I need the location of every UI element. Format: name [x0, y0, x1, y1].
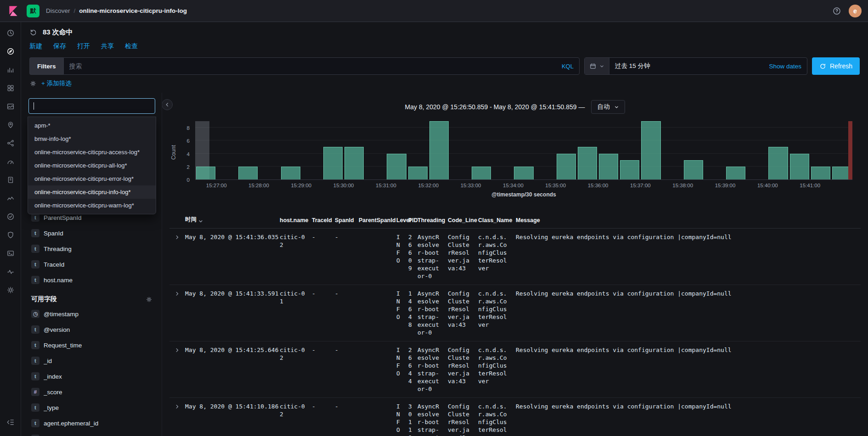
- table-body: May 8, 2020 @ 15:41:36.035 citic-02 - - …: [169, 229, 861, 436]
- column-header-time[interactable]: 时间: [185, 216, 280, 224]
- kql-toggle[interactable]: KQL: [562, 63, 574, 70]
- column-header[interactable]: ParentSpanId: [359, 217, 396, 224]
- column-header[interactable]: host.name: [280, 217, 312, 224]
- field-name: _score: [44, 389, 62, 396]
- field-item[interactable]: t agent.hostname: [28, 431, 155, 436]
- show-dates-button[interactable]: Show dates: [769, 63, 801, 70]
- refresh-button[interactable]: Refresh: [812, 57, 860, 75]
- documents-table: 时间 host.name TraceId SpanId ParentSpanId…: [169, 213, 861, 436]
- index-pattern-option[interactable]: online-microservice-citicpru-access-log*: [28, 145, 156, 159]
- index-pattern-option[interactable]: online-microservice-citicpru-all-log*: [28, 159, 156, 172]
- maps-pin-icon[interactable]: [0, 116, 21, 134]
- cell-threading: AsyncResolver-bootstrap-executor-0: [417, 346, 448, 393]
- collapse-nav-icon[interactable]: [0, 413, 21, 431]
- collapse-sidebar-icon[interactable]: [162, 99, 173, 110]
- field-item[interactable]: t @version: [28, 322, 155, 337]
- field-item[interactable]: t _index: [28, 369, 155, 384]
- field-name: SpanId: [44, 230, 63, 237]
- column-header[interactable]: Code_Line: [448, 217, 478, 224]
- hits-bar: 83 次命中: [21, 22, 868, 42]
- expand-row-icon[interactable]: [169, 233, 185, 240]
- index-pattern-combobox[interactable]: [28, 98, 155, 114]
- nav-rail: [0, 22, 21, 436]
- field-item[interactable]: t _type: [28, 400, 155, 415]
- management-gear-icon[interactable]: [0, 281, 21, 299]
- index-pattern-option-selected[interactable]: online-microservice-citicpru-info-log*: [28, 185, 156, 199]
- field-item[interactable]: t agent.ephemeral_id: [28, 415, 155, 431]
- column-header[interactable]: Class_Name: [478, 217, 516, 224]
- column-header[interactable]: Threading: [417, 217, 448, 224]
- column-header[interactable]: Message: [516, 217, 861, 224]
- new-link[interactable]: 新建: [29, 42, 42, 50]
- field-item[interactable]: t Threading: [28, 241, 155, 257]
- histogram-bar: [684, 160, 703, 179]
- field-settings-gear-icon[interactable]: [146, 296, 152, 303]
- expand-row-icon[interactable]: [169, 290, 185, 296]
- x-axis-tick-label: 15:33:00: [461, 183, 481, 188]
- add-filter-link[interactable]: + 添加筛选: [41, 79, 72, 88]
- table-row: May 8, 2020 @ 15:41:10.186 citic-02 - - …: [169, 397, 861, 436]
- field-name: TraceId: [44, 261, 64, 268]
- available-fields-header: 可用字段: [31, 295, 152, 303]
- dashboard-icon[interactable]: [0, 79, 21, 97]
- uptime-check-circle-icon[interactable]: [0, 207, 21, 226]
- time-range-field[interactable]: 过去 15 分钟 Show dates: [609, 58, 807, 74]
- recent-clock-icon[interactable]: [0, 24, 21, 42]
- interval-select[interactable]: 自动: [591, 100, 625, 114]
- column-header[interactable]: SpanId: [335, 217, 359, 224]
- field-name: _type: [44, 404, 59, 411]
- x-axis-tick-label: 15:34:00: [503, 183, 524, 188]
- cell-level: INFO: [396, 290, 408, 321]
- logs-book-icon[interactable]: [0, 171, 21, 189]
- help-icon[interactable]: [832, 6, 841, 16]
- share-link[interactable]: 共享: [101, 42, 114, 50]
- monitoring-heartbeat-icon[interactable]: [0, 263, 21, 281]
- filters-button[interactable]: Filters: [29, 57, 63, 75]
- inspect-link[interactable]: 检查: [125, 42, 138, 50]
- field-item[interactable]: # _score: [28, 384, 155, 400]
- field-item[interactable]: t TraceId: [28, 257, 155, 272]
- y-axis-tick-label: 4: [187, 151, 190, 157]
- column-header[interactable]: TraceId: [312, 217, 335, 224]
- index-pattern-option[interactable]: apm-*: [28, 119, 156, 132]
- open-link[interactable]: 打开: [77, 42, 90, 50]
- field-item[interactable]: t Request_time: [28, 337, 155, 353]
- ml-nodes-icon[interactable]: [0, 134, 21, 152]
- index-pattern-option[interactable]: online-microservice-citicpru-warn-log*: [28, 199, 156, 212]
- field-item[interactable]: t SpanId: [28, 225, 155, 241]
- canvas-icon[interactable]: [0, 97, 21, 116]
- field-name: Request_time: [44, 342, 82, 349]
- history-icon[interactable]: [29, 28, 37, 36]
- dev-tools-console-icon[interactable]: [0, 244, 21, 263]
- index-pattern-option[interactable]: bmw-info-log*: [28, 132, 156, 145]
- calendar-icon[interactable]: [585, 58, 609, 74]
- user-avatar[interactable]: e: [849, 5, 862, 17]
- breadcrumb-discover[interactable]: Discover: [46, 7, 70, 14]
- filter-options-icon[interactable]: [29, 80, 37, 87]
- discover-compass-icon[interactable]: [0, 42, 21, 61]
- histogram-bar: [578, 147, 597, 179]
- metrics-gauge-icon[interactable]: [0, 152, 21, 171]
- field-item[interactable]: ◷ @timestamp: [28, 306, 155, 322]
- x-axis-tick-label: 15:39:00: [715, 183, 736, 188]
- apm-zigzag-icon[interactable]: [0, 189, 21, 207]
- expand-row-icon[interactable]: [169, 402, 185, 409]
- column-header[interactable]: PID: [408, 217, 417, 224]
- column-header[interactable]: Level: [396, 217, 408, 224]
- index-pattern-input[interactable]: [34, 103, 150, 110]
- field-type-icon: t: [31, 341, 39, 349]
- expand-row-icon[interactable]: [169, 346, 185, 353]
- kibana-logo-icon[interactable]: [6, 4, 20, 18]
- x-axis-tick-label: 15:29:00: [291, 183, 311, 188]
- x-axis-tick-label: 15:30:00: [333, 183, 354, 188]
- field-item[interactable]: t _id: [28, 353, 155, 369]
- visualize-bar-chart-icon[interactable]: [0, 61, 21, 79]
- index-pattern-option[interactable]: online-microservice-citicpru-error-log*: [28, 172, 156, 185]
- search-input[interactable]: [69, 62, 557, 70]
- save-link[interactable]: 保存: [53, 42, 66, 50]
- siem-shield-icon[interactable]: [0, 226, 21, 244]
- available-fields-label: 可用字段: [31, 295, 57, 303]
- space-switcher[interactable]: 默: [27, 5, 39, 17]
- field-type-icon: t: [31, 276, 39, 284]
- field-item[interactable]: t host.name: [28, 272, 155, 288]
